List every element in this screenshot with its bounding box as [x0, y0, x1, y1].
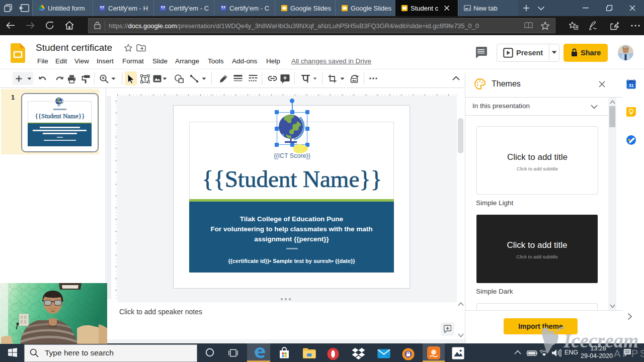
svg-text:31: 31	[628, 83, 633, 88]
